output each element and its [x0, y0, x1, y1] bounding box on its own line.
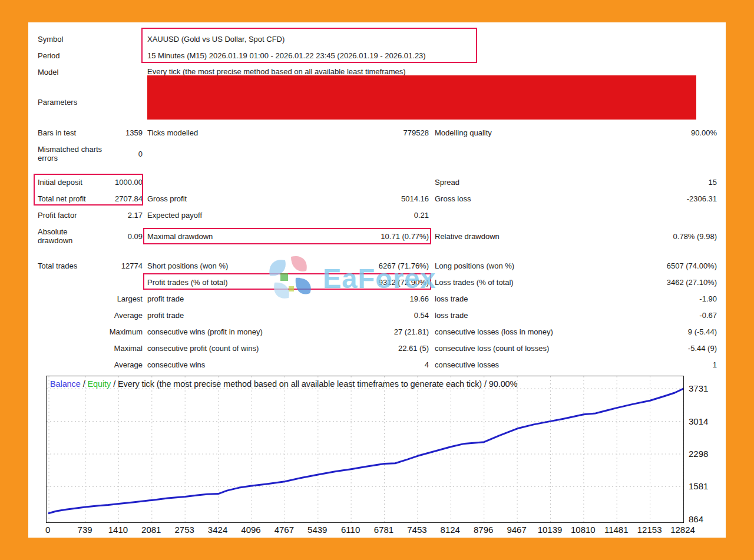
initial-deposit-label: Initial deposit [38, 178, 82, 187]
x-tick-label: 6110 [341, 525, 360, 535]
bars-row: Bars in test 1359 Ticks modelled 779528 … [38, 124, 716, 141]
expected-payoff-label: Expected payoff [147, 211, 202, 220]
loss-trades-value: 3462 (27.10%) [667, 278, 717, 287]
maximal-consecutive-profit-value: 22.61 (5) [398, 344, 429, 353]
loss-trades-label: Loss trades (% of total) [435, 278, 514, 287]
x-tick-label: 0 [45, 525, 50, 535]
x-tick-label: 2753 [175, 525, 194, 535]
x-tick-label: 3424 [208, 525, 227, 535]
max-consecutive-losses-label: consecutive losses (loss in money) [435, 327, 553, 336]
x-tick-label: 8124 [441, 525, 460, 535]
long-positions-value: 6507 (74.00%) [667, 261, 717, 270]
maximal-consecutive-loss-value: -5.44 (9) [688, 344, 717, 353]
x-tick-label: 9467 [507, 525, 526, 535]
average-loss-trade-label: loss trade [435, 311, 468, 320]
profit-factor-value: 2.17 [128, 211, 143, 220]
average-consecutive-wins-value: 4 [425, 360, 429, 369]
average-consecutive-losses-value: 1 [713, 360, 717, 369]
parameters-redaction-block [147, 75, 696, 120]
deposit-row: Initial deposit 1000.00 Spread 15 [38, 174, 716, 190]
gross-profit-value: 5014.16 [401, 194, 429, 203]
x-tick-label: 12824 [670, 525, 695, 535]
parameters-label: Parameters [38, 98, 77, 107]
relative-drawdown-value: 0.78% (9.98) [673, 232, 717, 241]
maximum-label: Maximum [110, 327, 143, 336]
x-tick-label: 6781 [374, 525, 393, 535]
average-consecutive-wins-label: consecutive wins [147, 360, 205, 369]
x-tick-label: 12153 [637, 525, 662, 535]
average-consecutive-label: Average [114, 360, 143, 369]
largest-profit-trade-label: profit trade [147, 294, 184, 303]
maximal-consecutive-row: Maximal consecutive profit (count of win… [38, 340, 716, 356]
gross-loss-label: Gross loss [435, 194, 471, 203]
maximum-consecutive-row: Maximum consecutive wins (profit in mone… [38, 323, 716, 340]
x-tick-label: 739 [78, 525, 92, 535]
y-tick-label: 2298 [689, 449, 708, 459]
y-tick-label: 1581 [689, 481, 708, 491]
bars-in-test-value: 1359 [125, 128, 143, 137]
x-tick-label: 5439 [307, 525, 327, 535]
largest-trade-row: Largest profit trade 19.66 loss trade -1… [38, 290, 716, 307]
largest-label: Largest [117, 294, 143, 303]
expected-payoff-value: 0.21 [414, 211, 429, 220]
average-loss-trade-value: -0.67 [699, 311, 717, 320]
average-label: Average [114, 311, 143, 320]
spread-label: Spread [435, 178, 459, 187]
y-tick-label: 3731 [689, 383, 708, 393]
maximal-consecutive-loss-label: consecutive loss (count of losses) [435, 344, 549, 353]
chart-legend: Balance / Equity / Every tick (the most … [50, 379, 517, 389]
x-tick-label: 8796 [474, 525, 493, 535]
ticks-modelled-value: 779528 [404, 128, 429, 137]
absolute-drawdown-label: Absolute drawdown [38, 227, 104, 245]
strategy-tester-report: Symbol XAUUSD (Gold vs US Dollar, Spot C… [28, 22, 726, 538]
average-trade-row: Average profit trade 0.54 loss trade -0.… [38, 307, 716, 323]
profit-trades-value: 9312 (72.90%) [379, 278, 429, 287]
total-trades-row: Total trades 12774 Short positions (won … [38, 257, 716, 274]
mismatched-label: Mismatched charts errors [38, 145, 104, 163]
legend-rest: / Every tick (the most precise method ba… [111, 379, 517, 389]
page: { "colors": { "frame_orange": "#F7941E",… [0, 0, 754, 560]
total-net-profit-value: 2707.84 [115, 194, 143, 203]
period-label: Period [38, 51, 60, 60]
legend-separator: / [81, 379, 88, 389]
x-tick-label: 11481 [604, 525, 629, 535]
net-profit-row: Total net profit 2707.84 Gross profit 50… [38, 190, 716, 207]
balance-chart-plot-area: Balance / Equity / Every tick (the most … [46, 376, 684, 523]
maximal-drawdown-value: 10.71 (0.77%) [381, 232, 429, 241]
relative-drawdown-label: Relative drawdown [435, 232, 500, 241]
period-row: Period 15 Minutes (M15) 2026.01.19 01:00… [38, 47, 716, 64]
symbol-label: Symbol [38, 35, 63, 44]
drawdown-row: Absolute drawdown 0.09 Maximal drawdown … [38, 223, 716, 249]
bars-in-test-label: Bars in test [38, 128, 76, 137]
model-label: Model [38, 68, 58, 77]
x-tick-label: 1410 [108, 525, 128, 535]
mismatched-value: 0 [138, 150, 143, 158]
initial-deposit-value: 1000.00 [115, 178, 143, 187]
max-consecutive-losses-value: 9 (-5.44) [688, 327, 717, 336]
average-profit-trade-label: profit trade [147, 311, 184, 320]
max-consecutive-wins-value: 27 (21.81) [394, 327, 429, 336]
modelling-quality-value: 90.00% [691, 128, 717, 137]
mismatched-row: Mismatched charts errors 0 [38, 141, 716, 167]
profit-trades-label: Profit trades (% of total) [147, 278, 228, 287]
x-tick-label: 2081 [141, 525, 161, 535]
x-tick-label: 4096 [241, 525, 260, 535]
gross-loss-value: -2306.31 [687, 194, 717, 203]
parameters-row: Parameters [38, 80, 716, 124]
maximal-consecutive-profit-label: consecutive profit (count of wins) [147, 344, 259, 353]
average-consecutive-row: Average consecutive wins 4 consecutive l… [38, 356, 716, 373]
absolute-drawdown-value: 0.09 [128, 232, 143, 241]
average-profit-trade-value: 0.54 [414, 311, 429, 320]
largest-profit-trade-value: 19.66 [409, 294, 429, 303]
short-positions-label: Short positions (won %) [147, 261, 228, 270]
symbol-value: XAUUSD (Gold vs US Dollar, Spot CFD) [147, 35, 285, 44]
spread-value: 15 [709, 178, 717, 187]
maximal-drawdown-label: Maximal drawdown [147, 232, 213, 241]
gross-profit-label: Gross profit [147, 194, 187, 203]
total-trades-value: 12774 [121, 261, 143, 270]
profit-factor-label: Profit factor [38, 211, 77, 220]
symbol-row: Symbol XAUUSD (Gold vs US Dollar, Spot C… [38, 31, 716, 47]
total-net-profit-label: Total net profit [38, 194, 86, 203]
period-value: 15 Minutes (M15) 2026.01.19 01:00 - 2026… [147, 51, 426, 60]
largest-loss-trade-value: -1.90 [699, 294, 717, 303]
